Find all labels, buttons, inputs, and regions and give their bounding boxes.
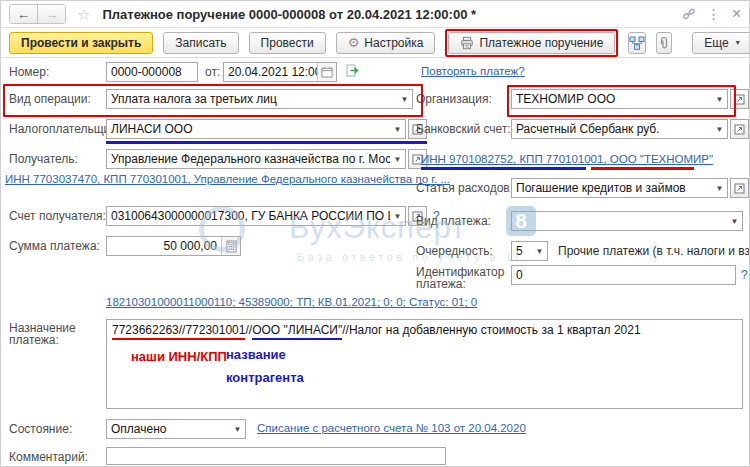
org-inn-annotation-underline-blue [421,167,586,170]
dropdown-arrow-icon[interactable]: ▼ [390,150,405,168]
titlebar-right-controls: ⋮ × [682,6,741,22]
get-link-icon[interactable] [682,7,696,21]
expense-item-field[interactable]: Погашение кредитов и займов ▼ [511,178,728,198]
close-icon[interactable]: × [732,6,741,22]
annotation-our-inn-kpp: наши ИНН/КПП [131,349,227,364]
payment-id-help-link[interactable]: ? [741,268,748,282]
printer-icon [460,36,474,50]
organization-value: ТЕХНОМИР ООО [512,92,712,106]
related-documents-button[interactable] [628,32,646,54]
favorite-star-icon[interactable]: ☆ [77,7,90,22]
date-prefix-label: от: [205,65,220,79]
fill-from-document-icon[interactable] [345,64,361,82]
payment-id-value: 0 [512,268,735,282]
kbk-details-link[interactable]: 18210301000011000110; 45389000; ТП; КВ.0… [106,296,477,308]
payment-id-field[interactable]: 0 [511,265,736,285]
writeoff-document-link[interactable]: Списание с расчетного счета № 103 от 20.… [257,422,526,434]
recipient-account-field[interactable]: 03100643000000017300, ГУ БАНКА РОССИИ ПО… [106,206,406,226]
settings-label: Настройка [364,36,423,50]
forward-button[interactable]: → [37,5,65,23]
priority-field[interactable]: 5 ▼ [511,241,548,261]
dropdown-arrow-icon[interactable]: ▼ [397,90,412,108]
comment-field[interactable] [106,447,446,465]
recipient-account-value: 03100643000000017300, ГУ БАНКА РОССИИ ПО… [107,209,390,223]
dropdown-arrow-icon[interactable]: ▼ [712,179,727,197]
number-value: 0000-000008 [107,65,197,79]
bank-account-field[interactable]: Расчетный Сбербанк руб. ▼ [511,119,728,139]
toolbar: Провести и закрыть Записать Провести ⚙ Н… [1,28,749,58]
operation-type-value: Уплата налога за третьих лиц [107,92,397,106]
annotation-counterparty-line2: контрагента [226,370,304,385]
recipient-inn-link[interactable]: ИНН 7703037470, КПП 770301001, Управлени… [5,173,450,185]
number-field[interactable]: 0000-000008 [106,62,198,82]
expense-item-open-button[interactable] [730,178,749,198]
amount-label: Сумма платежа: [9,239,100,253]
bank-account-value: Расчетный Сбербанк руб. [512,122,712,136]
state-label: Состояние: [9,422,72,436]
save-button[interactable]: Записать [163,32,238,54]
recipient-account-label: Счет получателя: [9,209,106,223]
dropdown-arrow-icon[interactable]: ▼ [390,120,405,138]
date-field[interactable]: 20.04.2021 12:00:00 [223,62,337,82]
dropdown-arrow-icon[interactable]: ▼ [727,212,742,230]
recipient-field[interactable]: Управление Федерального казначейства по … [106,149,406,169]
nav-history-group: ← → [9,4,66,24]
settings-button[interactable]: ⚙ Настройка [336,32,436,54]
payment-order-window: ← → ☆ Платежное поручение 0000-000008 от… [0,0,750,467]
priority-label: Очередность: [416,244,493,258]
organization-inn-link-part2: ООО "ТЕХНОМИР" [610,153,713,165]
post-button[interactable]: Провести [249,32,326,54]
number-label: Номер: [9,65,49,79]
taxpayer-field[interactable]: ЛИНАСИ ООО ▼ [106,119,406,139]
operation-type-field[interactable]: Уплата налога за третьих лиц ▼ [106,89,413,109]
organization-inn-link[interactable]: ИНН 9701082752, КПП 770101001, ООО "ТЕХН… [421,153,713,165]
print-payment-order-button[interactable]: Платежное поручение [448,32,615,54]
payment-kind-field[interactable]: ▼ [511,211,743,231]
window-title: Платежное поручение 0000-000008 от 20.04… [102,7,476,22]
print-button-label: Платежное поручение [479,36,603,50]
organization-label: Организация: [416,92,492,106]
repeat-payment-link[interactable]: Повторять платеж? [421,65,525,77]
dropdown-arrow-icon[interactable]: ▼ [712,120,727,138]
organization-inn-link-part1: ИНН 9701082752, КПП 770101001, [421,153,610,165]
more-menu-icon[interactable]: ⋮ [707,7,721,21]
payment-id-label-line2: платежа: [416,277,466,291]
date-value: 20.04.2021 12:00:00 [224,65,317,79]
taxpayer-annotation-underline [106,141,427,144]
back-button[interactable]: ← [10,5,37,23]
payment-order-form: Номер: 0000-000008 от: 20.04.2021 12:00:… [1,58,749,466]
taxpayer-label: Налогоплательщик: [9,122,119,136]
structure-icon [629,36,645,50]
priority-value: 5 [512,244,532,258]
dropdown-arrow-icon[interactable]: ▼ [532,242,547,260]
organization-field[interactable]: ТЕХНОМИР ООО ▼ [511,89,728,109]
dropdown-arrow-icon[interactable]: ▼ [712,90,727,108]
attachments-button[interactable] [656,32,672,54]
payment-kind-label: Вид платежа: [416,214,491,228]
annotation-counterparty-line1: название [226,347,286,362]
purpose-rest: //Налог на добавленную стоимость за 1 кв… [342,323,640,337]
state-value: Оплачено [107,422,230,436]
dropdown-arrow-icon[interactable]: ▼ [230,420,245,438]
gear-icon: ⚙ [348,36,360,49]
window-titlebar: ← → ☆ Платежное поручение 0000-000008 от… [1,1,749,28]
recipient-value: Управление Федерального казначейства по … [107,152,390,166]
print-button-highlight-box: Платежное поручение [445,29,618,57]
organization-open-button[interactable] [730,89,749,109]
calculator-icon[interactable] [221,237,240,255]
purpose-textarea[interactable]: 7723662263//772301001//ООО "ЛИНАСИ"//Нал… [106,319,743,409]
paperclip-icon [657,36,671,50]
purpose-inn-kpp: 7723662263//772301001 [112,323,245,340]
purpose-label-line2: платежа: [9,333,59,347]
purpose-counterparty: ООО "ЛИНАСИ" [252,323,342,340]
calendar-icon[interactable] [317,63,336,81]
dropdown-arrow-icon[interactable]: ▼ [390,207,405,225]
operation-type-label: Вид операции: [9,92,91,106]
amount-field[interactable]: 50 000,00 [106,236,241,256]
state-field[interactable]: Оплачено ▼ [106,419,246,439]
expense-item-value: Погашение кредитов и займов [512,181,712,195]
org-name-annotation-underline-red [591,167,694,170]
more-button[interactable]: Еще ▾ [692,32,750,54]
bank-account-open-button[interactable] [730,119,749,139]
post-and-close-button[interactable]: Провести и закрыть [9,32,153,54]
